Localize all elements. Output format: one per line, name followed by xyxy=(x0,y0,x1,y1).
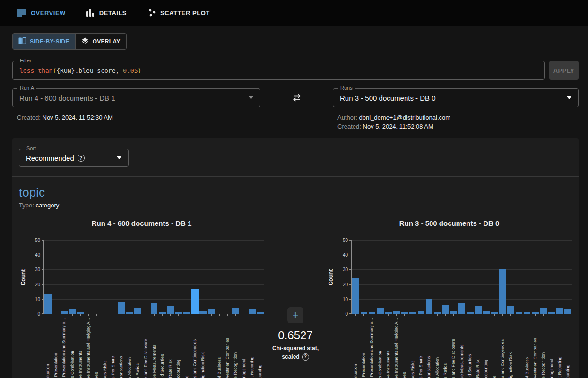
stat-column: + 0.6527 Chi-squared stat, scaled ? xyxy=(264,219,327,378)
top-tab-bar: OVERVIEW DETAILS SCATTER PLOT xyxy=(0,0,588,26)
filter-field-label: Filter xyxy=(17,58,34,63)
bar[interactable] xyxy=(159,312,166,314)
bar[interactable] xyxy=(524,312,531,314)
bar[interactable] xyxy=(426,299,433,314)
tab-overview[interactable]: OVERVIEW xyxy=(7,0,76,26)
bar-slot xyxy=(564,309,572,314)
bar[interactable] xyxy=(44,294,52,314)
bar[interactable] xyxy=(467,312,474,314)
bar[interactable] xyxy=(507,306,514,314)
bar[interactable] xyxy=(540,308,547,314)
bar[interactable] xyxy=(409,312,416,314)
run-a-select[interactable]: Run A Run 4 - 600 documents - DB 1 xyxy=(12,88,260,107)
bar[interactable] xyxy=(450,311,458,314)
x-tick: Expense Ratios xyxy=(441,314,449,378)
bar[interactable] xyxy=(208,309,215,314)
bar[interactable] xyxy=(556,308,563,314)
bar[interactable] xyxy=(232,308,239,314)
x-tick: Expense and Fee Disclosure xyxy=(142,314,150,378)
bar-slot xyxy=(507,306,515,314)
bar[interactable] xyxy=(369,312,376,314)
x-tick-label: Lease Accounting xyxy=(176,318,181,378)
bar-slot xyxy=(466,312,474,314)
x-tick-label: Liabilities and Contingencies xyxy=(500,318,505,378)
x-tick-label: Derivative Instruments xyxy=(386,318,390,378)
x-tick: Segment Reporting xyxy=(248,314,256,378)
x-tick: Basis of Presentation xyxy=(52,314,60,378)
bar[interactable] xyxy=(385,312,392,314)
bar[interactable] xyxy=(257,312,264,314)
x-tick: Asset Valuation xyxy=(43,314,52,378)
bar[interactable] xyxy=(458,303,466,314)
bar[interactable] xyxy=(564,309,571,314)
bar[interactable] xyxy=(434,312,441,314)
bar[interactable] xyxy=(61,311,68,314)
bar[interactable] xyxy=(151,303,158,314)
bar[interactable] xyxy=(77,312,84,314)
bar[interactable] xyxy=(442,305,449,314)
bar[interactable] xyxy=(249,309,256,314)
bar[interactable] xyxy=(134,308,141,314)
x-tick: Basis of Presentation xyxy=(359,314,367,378)
x-tick-label: Segment Reporting xyxy=(250,318,254,378)
chart-title: Run 3 - 500 documents - DB 0 xyxy=(327,219,572,227)
bar-slot xyxy=(77,312,85,314)
bar[interactable] xyxy=(377,308,384,314)
x-tick: NA xyxy=(207,314,215,378)
meta-spacer xyxy=(260,113,333,131)
bar[interactable] xyxy=(475,306,482,314)
bar[interactable] xyxy=(548,312,555,314)
filter-input[interactable]: Filter less_than({RUN}.bleu_score, 0.05) xyxy=(12,61,545,80)
metric-type: Type: category xyxy=(19,202,572,209)
run-b-author: Author: dbnl_demo+1@distributional.com xyxy=(337,113,579,122)
bar[interactable] xyxy=(393,311,400,314)
bar[interactable] xyxy=(401,312,408,314)
bar-slot xyxy=(392,311,400,314)
add-comparison-button[interactable]: + xyxy=(287,307,303,323)
x-tick-label: Tax Accounting xyxy=(565,318,570,378)
bar-slot xyxy=(256,312,264,314)
bar[interactable] xyxy=(191,289,199,314)
metric-name-link[interactable]: topic xyxy=(19,185,45,200)
tab-overview-label: OVERVIEW xyxy=(31,9,66,17)
bar[interactable] xyxy=(199,311,207,314)
swap-runs-button[interactable] xyxy=(290,92,303,105)
x-tick-label: Lease Accounting xyxy=(484,318,488,378)
overlay-button[interactable]: OVERLAY xyxy=(75,34,126,49)
bar[interactable] xyxy=(175,312,182,314)
bar[interactable] xyxy=(499,269,506,314)
x-tick-label: Leverage xyxy=(492,318,497,378)
tab-scatter-plot[interactable]: SCATTER PLOT xyxy=(137,0,220,26)
side-by-side-button[interactable]: SIDE-BY-SIDE xyxy=(13,34,75,49)
tab-details[interactable]: DETAILS xyxy=(76,0,137,26)
x-tick: Risk Management xyxy=(547,314,555,378)
bar[interactable] xyxy=(361,312,368,314)
bar-slot xyxy=(401,312,409,314)
x-tick-label: Revenue Recognition xyxy=(233,318,238,378)
bar[interactable] xyxy=(516,312,523,314)
bar[interactable] xyxy=(532,312,539,314)
bar[interactable] xyxy=(483,311,490,314)
bar-slot xyxy=(441,305,450,314)
filter-token: less_than xyxy=(19,67,52,74)
bar[interactable] xyxy=(167,306,174,314)
sort-help-icon[interactable]: ? xyxy=(78,155,85,162)
stat-help-icon[interactable]: ? xyxy=(302,353,309,361)
bar-slot xyxy=(69,309,77,314)
bar[interactable] xyxy=(183,312,190,314)
apply-button[interactable]: APPLY xyxy=(549,61,579,80)
bar-slot xyxy=(174,312,182,314)
sort-select[interactable]: Sort Recommended ? xyxy=(19,149,129,167)
run-b-select[interactable]: Runs Run 3 - 500 documents - DB 0 xyxy=(333,88,579,107)
bar[interactable] xyxy=(69,309,76,314)
bar-slot xyxy=(556,308,564,314)
x-tick: Equity Transactions xyxy=(425,314,433,378)
x-tick-label: Other Investment Companies xyxy=(533,318,537,378)
bar-slot xyxy=(360,312,368,314)
bar[interactable] xyxy=(118,302,125,314)
bar[interactable] xyxy=(352,278,359,314)
bar[interactable] xyxy=(126,312,133,314)
bar[interactable] xyxy=(491,312,498,314)
bar[interactable] xyxy=(418,311,425,314)
bar-slot xyxy=(117,302,125,314)
